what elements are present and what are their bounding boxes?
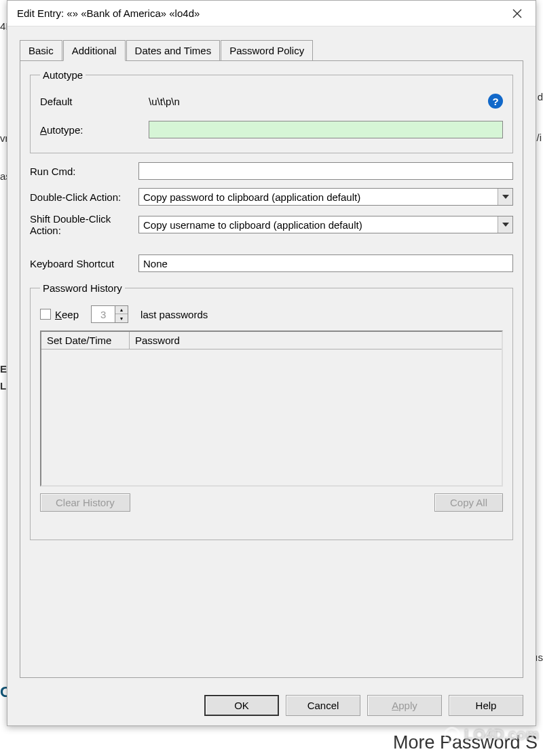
edit-entry-dialog: Edit Entry: «» «Bank of America» «lo4d» … — [7, 0, 536, 726]
cancel-button[interactable]: Cancel — [286, 695, 360, 716]
spinner-down[interactable]: ▾ — [115, 314, 128, 322]
keep-count-input[interactable] — [92, 307, 115, 322]
autotype-legend: Autotype — [40, 69, 86, 81]
sdca-combo-value: Copy username to clipboard (application … — [143, 219, 362, 231]
tab-password-policy[interactable]: Password Policy — [221, 40, 313, 61]
help-button[interactable]: Help — [449, 695, 523, 716]
tab-dates-times[interactable]: Dates and Times — [126, 40, 221, 61]
tab-additional[interactable]: Additional — [63, 40, 126, 61]
password-history-group: Password History Keep Keep ▴ ▾ last pass… — [30, 282, 513, 540]
col-set-date[interactable]: Set Date/Time — [41, 332, 130, 349]
ok-button[interactable]: OK — [204, 695, 279, 716]
titlebar: Edit Entry: «» «Bank of America» «lo4d» — [7, 1, 536, 26]
history-table[interactable]: Set Date/Time Password — [40, 330, 503, 487]
keep-label: Keep — [55, 309, 79, 320]
autotype-label: AAutotype:utotype: — [40, 124, 149, 136]
shortcut-input[interactable] — [138, 254, 513, 272]
history-table-header: Set Date/Time Password — [41, 332, 502, 349]
dialog-buttons: OK Cancel ApplyApply Help — [204, 695, 523, 716]
spinner-up[interactable]: ▴ — [115, 306, 128, 314]
keep-suffix: last passwords — [141, 309, 208, 320]
help-icon[interactable]: ? — [488, 94, 503, 109]
chevron-down-icon — [498, 216, 512, 233]
dca-combo-value: Copy password to clipboard (application … — [143, 191, 360, 203]
checkbox-icon — [40, 309, 51, 320]
runcmd-input[interactable] — [138, 162, 513, 180]
runcmd-label: Run Cmd: — [30, 166, 138, 177]
history-legend: Password History — [40, 282, 125, 294]
keep-checkbox[interactable]: Keep Keep — [40, 309, 79, 320]
tab-panel-additional: Autotype Default \u\t\p\n ? AAutotype:ut… — [20, 60, 523, 678]
background-heading: More Password S — [393, 732, 538, 753]
autotype-group: Autotype Default \u\t\p\n ? AAutotype:ut… — [30, 69, 513, 153]
default-value: \u\t\p\n — [149, 96, 483, 107]
dca-label: Double-Click Action: — [30, 191, 138, 203]
close-button[interactable] — [507, 3, 527, 24]
autotype-input[interactable] — [149, 121, 503, 138]
tabbar: Basic Additional Dates and Times Passwor… — [20, 39, 523, 60]
dca-combo[interactable]: Copy password to clipboard (application … — [138, 188, 513, 206]
col-password[interactable]: Password — [130, 332, 502, 349]
shortcut-label: Keyboard Shortcut — [30, 258, 138, 269]
sdca-combo[interactable]: Copy username to clipboard (application … — [138, 216, 513, 233]
window-title: Edit Entry: «» «Bank of America» «lo4d» — [17, 7, 200, 19]
default-label: Default — [40, 96, 149, 107]
keep-count-spinner[interactable]: ▴ ▾ — [91, 305, 128, 323]
clear-history-button[interactable]: Clear History — [40, 493, 130, 512]
apply-button[interactable]: ApplyApply — [367, 695, 442, 716]
chevron-down-icon — [498, 189, 512, 205]
copy-all-button[interactable]: Copy All — [434, 493, 503, 512]
sdca-label: Shift Double-Click Action: — [30, 213, 138, 236]
tab-basic[interactable]: Basic — [20, 40, 62, 61]
